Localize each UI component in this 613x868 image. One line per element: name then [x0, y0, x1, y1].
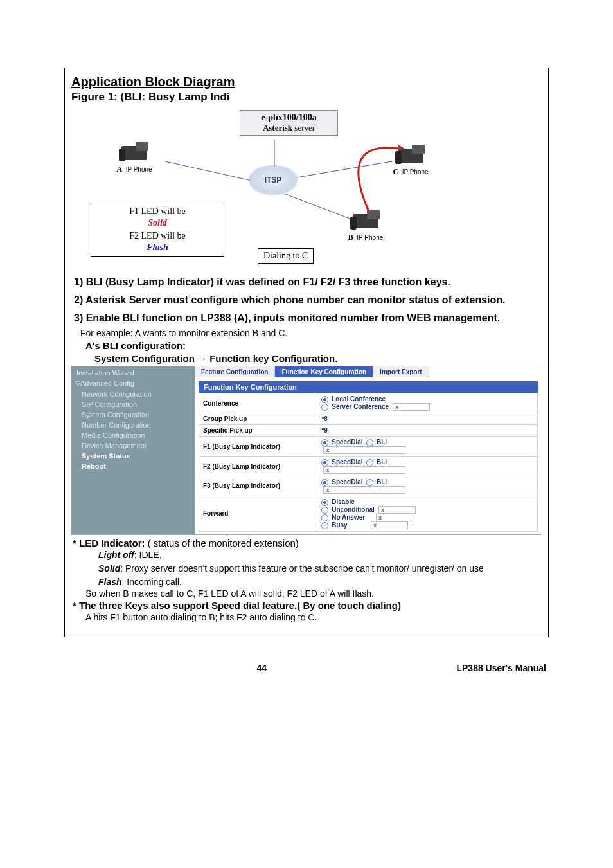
phone-b-label: IP Phone [357, 234, 383, 241]
input-f3[interactable]: x [323, 486, 405, 494]
phone-b: B IP Phone [348, 208, 384, 242]
panel-subheading: Function Key Configuration [199, 381, 538, 393]
block-diagram: e-pbx100/100a Asterisk server ITSP [71, 104, 542, 271]
sidebar-item-number[interactable]: Number Configuration [71, 420, 195, 430]
bli-config-heading: A's BLI configuration: [71, 340, 542, 351]
svg-rect-9 [412, 145, 425, 154]
solid-key: Solid [98, 563, 120, 574]
phone-a-icon [116, 140, 152, 164]
row-f2-label: F2 (Busy Lamp Indicator) [199, 457, 317, 476]
sidebar-advanced-label: Advanced Config [80, 379, 134, 387]
opt-fwd-disable: Disable [332, 498, 355, 505]
radio-local-conf[interactable] [321, 396, 328, 403]
radio-f3-bli[interactable] [366, 479, 373, 486]
led-f1-pre: F1 LED will be [96, 206, 218, 217]
row-forward-label: Forward [199, 496, 317, 531]
radio-f2-bli[interactable] [366, 459, 373, 466]
row-specific-pickup-value[interactable]: *9 [317, 425, 538, 437]
sidebar-item-reboot[interactable]: Reboot [71, 461, 195, 471]
page-footer: 44 LP388 User's Manual [64, 663, 549, 686]
sysconf-path: System Configuration → Function key Conf… [71, 353, 542, 364]
row-forward-value: Disable Unconditional x No Answer x Busy… [317, 496, 538, 531]
row-conference-value: Local Conference Server Conference x [317, 393, 538, 413]
radio-f1-bli[interactable] [366, 439, 373, 446]
phone-c-label: IP Phone [402, 168, 429, 176]
solid-val: : Proxy server doesn't support this feat… [120, 563, 484, 574]
input-fwd-busy[interactable]: x [371, 521, 408, 529]
sidebar-advanced-head[interactable]: ▽Advanced Config [71, 378, 195, 389]
example-line: For example: A wants to monitor extensio… [71, 328, 542, 338]
sidebar-item-device[interactable]: Device Management [71, 440, 195, 451]
sidebar: Installation Wizard ▽Advanced Config Net… [71, 366, 195, 534]
tab-feature[interactable]: Feature Configuration [195, 366, 275, 377]
opt-f3-sd: SpeedDial [332, 478, 362, 485]
led-indicator-tail: ( status of the monitored extension) [145, 538, 299, 548]
lightoff-key: Light off [98, 550, 134, 560]
led-f1-word: Solid [96, 217, 218, 229]
led-indicator-head: * LED Indicator: [73, 538, 145, 548]
sidebar-item-sip[interactable]: SIP Configuration [71, 399, 195, 410]
svg-rect-12 [367, 210, 380, 219]
row-f2-value: SpeedDial BLI x [317, 457, 538, 476]
svg-rect-7 [119, 149, 125, 161]
opt-f2-sd: SpeedDial [332, 458, 362, 466]
row-group-pickup-value[interactable]: *8 [317, 413, 538, 425]
phone-b-icon [348, 208, 384, 232]
sidebar-install-wizard[interactable]: Installation Wizard [71, 368, 195, 378]
opt-server-conf: Server Conference [332, 403, 389, 410]
phone-c-icon [393, 142, 429, 167]
sidebar-item-network[interactable]: Network Configuration [71, 389, 195, 399]
input-fwd-uncond[interactable]: x [378, 506, 416, 514]
numbered-list: 1) BLI (Busy Lamp Indicator) it was defi… [71, 275, 542, 326]
tab-import-export[interactable]: Import Export [373, 366, 429, 377]
radio-server-conf[interactable] [321, 404, 328, 411]
phone-a-label: IP Phone [126, 166, 152, 173]
svg-rect-6 [136, 142, 148, 151]
phone-b-prefix: B [348, 233, 353, 242]
hits-line: A hits F1 button auto dialing to B; hits… [71, 612, 542, 622]
row-group-pickup-label: Group Pick up [199, 413, 317, 425]
svg-line-2 [297, 160, 400, 177]
page-number: 44 [67, 663, 456, 673]
opt-f3-bli: BLI [377, 478, 387, 485]
row-specific-pickup-label: Specific Pick up [199, 425, 317, 437]
radio-f2-sd[interactable] [321, 459, 328, 466]
main-panel: Feature Configuration Function Key Confi… [195, 366, 542, 534]
radio-f3-sd[interactable] [321, 479, 328, 486]
led-f2-word: Flash [96, 242, 218, 253]
radio-f1-sd[interactable] [321, 439, 328, 446]
tab-funckey[interactable]: Function Key Configuration [275, 366, 373, 377]
list-item-3: 3) Enable BLI function on LP388 (A), inp… [74, 312, 500, 323]
radio-fwd-disable[interactable] [321, 499, 328, 506]
led-status-box: F1 LED will be Solid F2 LED will be Flas… [91, 203, 224, 257]
led-f2-pre: F2 LED will be [96, 230, 218, 242]
page-frame: Application Block Diagram Figure 1: (BLI… [64, 68, 549, 637]
dialing-box: Dialing to C [258, 248, 314, 264]
row-f3-label: F3 (Busy Lamp Indicator) [199, 476, 317, 496]
sidebar-item-status[interactable]: System Status [71, 451, 195, 461]
input-f1[interactable]: x [323, 446, 405, 454]
input-server-conf[interactable]: x [393, 403, 430, 411]
radio-fwd-busy[interactable] [321, 522, 328, 529]
row-conference-label: Conference [199, 393, 317, 413]
radio-fwd-uncond[interactable] [321, 507, 328, 514]
row-f3-value: SpeedDial BLI x [317, 476, 538, 496]
sidebar-item-media[interactable]: Media Configuration [71, 430, 195, 440]
section-title: Application Block Diagram [71, 75, 542, 89]
figure-caption: Figure 1: (BLI: Busy Lamp Indi [71, 91, 542, 104]
phone-c: C IP Phone [393, 142, 429, 177]
svg-line-1 [165, 161, 252, 181]
opt-f1-sd: SpeedDial [332, 439, 362, 446]
radio-fwd-noans[interactable] [321, 514, 328, 521]
doc-title-footer: LP388 User's Manual [456, 663, 546, 673]
sidebar-item-system[interactable]: System Configuration [71, 410, 195, 420]
opt-f1-bli: BLI [377, 439, 387, 446]
opt-f2-bli: BLI [377, 458, 387, 466]
input-f2[interactable]: x [323, 466, 405, 474]
opt-local-conf: Local Conference [332, 395, 386, 402]
opt-fwd-uncond: Unconditional [332, 506, 375, 513]
three-keys-line: * The three Keys also support Speed dial… [73, 600, 401, 611]
config-ui-screenshot: Installation Wizard ▽Advanced Config Net… [71, 366, 542, 534]
input-fwd-noans[interactable]: x [376, 514, 413, 521]
phone-c-prefix: C [393, 167, 398, 176]
